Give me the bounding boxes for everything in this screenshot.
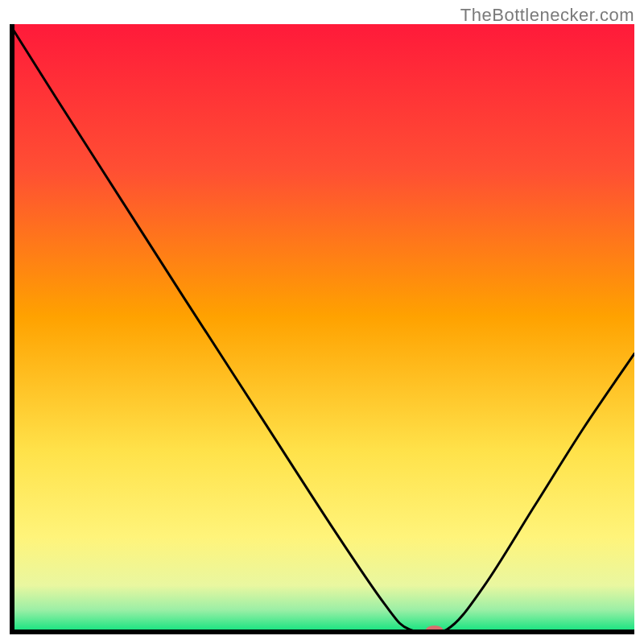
- plot-area: [10, 24, 634, 634]
- watermark-text: TheBottlenecker.com: [460, 5, 634, 26]
- y-axis-line: [10, 24, 14, 634]
- plot-frame: [10, 24, 634, 634]
- svg-rect-0: [10, 24, 634, 634]
- background-gradient: [10, 24, 634, 634]
- x-axis-line: [10, 630, 634, 634]
- chart-root: TheBottlenecker.com: [0, 0, 644, 644]
